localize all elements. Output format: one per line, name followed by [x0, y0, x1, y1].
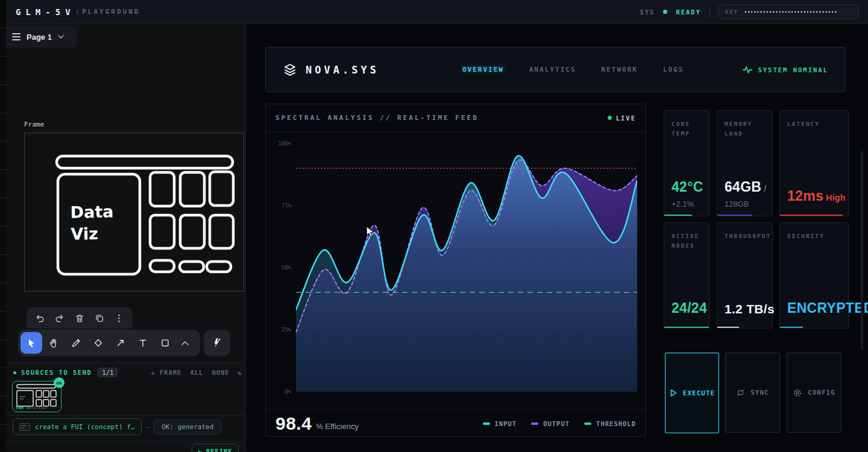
dashboard-logo: NOVA.SYS	[283, 63, 379, 77]
y-tick-50: 50%	[271, 265, 291, 271]
key-masked-value: ••••••••••••••••••••••••••••••	[744, 9, 838, 15]
canvas-panel: Page 1 Frame	[6, 24, 246, 452]
text-tool[interactable]	[132, 332, 154, 354]
select-all-button[interactable]: ALL	[190, 369, 203, 376]
sys-label: SYS	[640, 8, 655, 16]
tools-toolbar	[18, 330, 200, 356]
hand-drawn-sketch[interactable]: Data Viz	[25, 133, 245, 292]
tab-overview[interactable]: OVERVIEW	[460, 62, 506, 77]
brand-separator: /	[77, 7, 79, 16]
hand-icon	[48, 337, 59, 348]
sources-dot-icon	[13, 371, 16, 374]
layers-icon	[283, 63, 297, 77]
dashboard-brand: NOVA.SYS	[306, 64, 379, 76]
page-selector[interactable]: Page 1	[6, 26, 77, 48]
config-button[interactable]: CONFIG	[787, 353, 841, 433]
refresh-sources-icon[interactable]: ↻	[238, 369, 242, 376]
dashboard-tabs: OVERVIEW ANALYTICS NETWORK LOGS	[436, 62, 686, 77]
more-tools-button[interactable]	[177, 332, 193, 354]
system-status: SYSTEM NOMINAL	[743, 66, 828, 74]
sync-button[interactable]: SYNC	[725, 353, 780, 433]
sketch-header-bar	[57, 156, 233, 168]
key-label: KEY	[725, 9, 738, 15]
live-dot-icon	[608, 116, 612, 120]
rectangle-tool[interactable]	[154, 332, 176, 354]
accent-bar	[780, 215, 843, 216]
eraser-tool[interactable]	[87, 332, 109, 354]
refine-button[interactable]: ↻ REFINE	[192, 444, 239, 452]
gear-icon	[793, 388, 802, 398]
menu-icon[interactable]	[12, 33, 20, 40]
legend-input: INPUT	[483, 420, 517, 427]
draw-tool[interactable]	[65, 332, 87, 354]
select-none-button[interactable]: NONE	[212, 369, 229, 376]
accent-bar	[717, 327, 739, 328]
app-root: GLM-5V / PLAYGROUND SYS READY KEY ••••••…	[0, 0, 868, 452]
scrollbar[interactable]	[861, 151, 863, 350]
api-key-input[interactable]: KEY ••••••••••••••••••••••••••••••	[719, 4, 858, 19]
lightning-icon	[211, 337, 223, 349]
frame-label[interactable]: Frame	[24, 121, 44, 128]
chevron-up-icon	[181, 341, 189, 346]
spectral-chart-plot[interactable]	[296, 143, 637, 392]
rectangle-icon	[160, 337, 171, 348]
chevron-down-icon	[58, 35, 64, 39]
cursor-icon	[26, 337, 37, 348]
duplicate-button[interactable]	[92, 310, 107, 326]
redo-icon	[54, 313, 65, 324]
metric-card-core-temp: CORE TEMP 42°C +2.1%	[664, 110, 709, 216]
prompt-chip[interactable]: create a FUI (concept) f…	[13, 418, 142, 435]
refresh-icon: ↻	[198, 448, 202, 452]
metric-card-memory-load: MEMORY LOAD 64GB / 128GB	[717, 110, 773, 216]
area-chart-svg	[296, 143, 637, 392]
accent-bar	[664, 327, 709, 328]
arrow-icon	[115, 337, 126, 348]
metric-card-security: SECURITY ENCRYPTED	[779, 222, 849, 328]
arrow-tool[interactable]	[110, 332, 131, 354]
more-options-button[interactable]: ⋮	[112, 310, 127, 326]
dashboard-header: NOVA.SYS OVERVIEW ANALYTICS NETWORK LOGS…	[265, 47, 846, 92]
hand-tool[interactable]	[43, 332, 64, 354]
add-frame-button[interactable]: + FRAME	[151, 369, 181, 376]
sketch-text-line1: Data	[70, 202, 113, 222]
sources-header: SOURCES TO SEND 1/1 + FRAME ALL NONE ↻	[13, 366, 242, 378]
accent-bar	[717, 215, 752, 216]
ok-badge: ok	[54, 377, 64, 388]
sketch-frame[interactable]: Data Viz	[24, 133, 244, 292]
chart-card: SPECTRAL ANALYSIS // REAL-TIME FEED LIVE…	[265, 104, 646, 437]
source-thumbnail[interactable]: ok FRM UNTITLED	[12, 381, 61, 412]
sketch-text-line2: Viz	[71, 224, 98, 243]
metric-card-active-nodes: ACTIVE NODES 24/24	[664, 222, 709, 328]
execute-button[interactable]: EXECUTE	[665, 353, 719, 433]
undo-button[interactable]	[32, 310, 48, 326]
top-bar: GLM-5V / PLAYGROUND SYS READY KEY ••••••…	[6, 0, 868, 24]
sys-status: READY	[676, 8, 701, 16]
delete-button[interactable]	[72, 310, 87, 326]
kebab-icon: ⋮	[115, 313, 124, 324]
tab-analytics[interactable]: ANALYTICS	[527, 62, 579, 77]
divider	[6, 415, 246, 416]
chart-legend: INPUT OUTPUT THRESHOLD	[483, 420, 636, 427]
select-tool[interactable]	[20, 332, 42, 354]
legend-threshold: THRESHOLD	[584, 420, 636, 427]
efficiency-value: 98.4	[275, 413, 312, 434]
canvas-ruler-strip	[0, 0, 6, 452]
live-label: LIVE	[616, 115, 636, 122]
redo-button[interactable]	[52, 310, 68, 326]
y-tick-0: 0%	[271, 389, 291, 395]
generation-status-chip: OK: generated	[154, 419, 221, 435]
activity-pulse-icon	[743, 66, 752, 74]
sketch-grid	[150, 172, 233, 248]
tab-logs[interactable]: LOGS	[661, 62, 687, 77]
app-brand: GLM-5V	[16, 7, 75, 17]
tab-network[interactable]: NETWORK	[599, 62, 640, 77]
ai-generate-button[interactable]	[204, 330, 230, 356]
live-indicator: LIVE	[608, 115, 636, 122]
prompt-arrow: –	[146, 423, 150, 431]
pencil-icon	[71, 337, 81, 348]
page-selector-label: Page 1	[27, 33, 52, 42]
divider	[709, 7, 710, 17]
sketch-text: Data Viz	[70, 202, 114, 243]
y-tick-100: 100%	[271, 140, 291, 146]
y-tick-75: 75%	[271, 202, 291, 209]
